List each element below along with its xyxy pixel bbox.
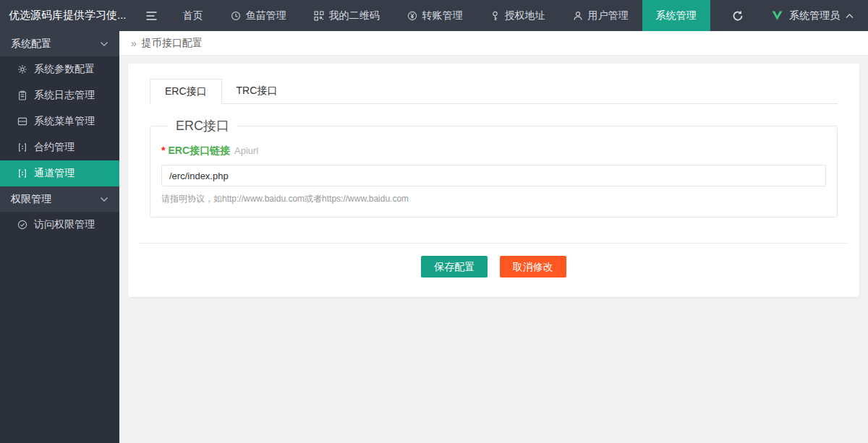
dotted-divider: [140, 243, 848, 244]
tab-label: TRC接口: [237, 85, 278, 96]
sidebar-item-label: 系统日志管理: [34, 89, 95, 102]
clock-icon: [231, 11, 241, 21]
refresh-icon: [732, 10, 744, 22]
fieldset-legend: ERC接口: [169, 117, 237, 134]
tab-bar: ERC接口 TRC接口: [150, 78, 838, 104]
contract-icon: [17, 142, 27, 152]
breadcrumb-separator: »: [131, 38, 137, 49]
sidebar-group-permission[interactable]: 权限管理: [0, 186, 119, 212]
nav-item-fry-management[interactable]: 鱼苗管理: [217, 0, 300, 31]
sidebar-item-channel-management[interactable]: 通道管理: [0, 160, 119, 186]
sidebar-item-contract-management[interactable]: 合约管理: [0, 134, 119, 160]
sidebar: 系统配置 系统参数配置 系统日志管理: [0, 31, 119, 443]
key-icon: [490, 11, 500, 21]
chevron-down-icon: [100, 197, 109, 202]
content-area: ERC接口 TRC接口 ERC接口 *ERC接口链接Apiurl 请指明协议，如…: [119, 56, 868, 305]
nav-item-user-management[interactable]: 用户管理: [559, 0, 642, 31]
nav-item-transfer-management[interactable]: 转账管理: [393, 0, 477, 31]
api-url-input[interactable]: [161, 165, 826, 186]
sidebar-item-system-params[interactable]: 系统参数配置: [0, 56, 119, 82]
brand-title: 优选源码库提供学习使...: [0, 0, 134, 31]
chevron-down-icon: [100, 41, 109, 47]
main-area: » 提币接口配置 ERC接口 TRC接口 ERC接口 *ERC接口链接Apiur…: [119, 31, 868, 443]
shield-check-icon: [17, 220, 27, 230]
tab-trc[interactable]: TRC接口: [222, 79, 292, 105]
nav-item-auth-address[interactable]: 授权地址: [477, 0, 559, 31]
user-menu[interactable]: 系统管理员: [771, 9, 854, 22]
breadcrumb-text: 提币接口配置: [142, 37, 203, 50]
required-asterisk: *: [161, 145, 165, 156]
sidebar-item-label: 访问权限管理: [34, 218, 95, 231]
save-config-button[interactable]: 保存配置: [421, 256, 488, 278]
sidebar-item-label: 通道管理: [34, 167, 75, 180]
username-label: 系统管理员: [789, 9, 840, 22]
navbar-right: 系统管理员: [732, 0, 868, 31]
nav-item-label: 我的二维码: [329, 9, 380, 22]
tab-erc[interactable]: ERC接口: [150, 79, 222, 105]
nav-item-my-qrcode[interactable]: 我的二维码: [300, 0, 393, 31]
sidebar-group-system-config[interactable]: 系统配置: [0, 31, 119, 56]
api-url-help-text: 请指明协议，如http://www.baidu.com或者https://www…: [161, 193, 826, 205]
sidebar-item-label: 系统菜单管理: [34, 115, 95, 128]
config-card: ERC接口 TRC接口 ERC接口 *ERC接口链接Apiurl 请指明协议，如…: [128, 64, 859, 297]
nav-item-home[interactable]: 首页: [169, 0, 217, 31]
hamburger-icon: [145, 11, 158, 21]
sidebar-item-access-permission[interactable]: 访问权限管理: [0, 212, 119, 238]
nav-item-label: 系统管理: [656, 9, 697, 22]
sidebar-item-label: 合约管理: [34, 141, 75, 154]
tab-label: ERC接口: [165, 85, 207, 97]
top-navbar: 优选源码库提供学习使... 首页 鱼苗管理: [0, 0, 868, 31]
yen-icon: [407, 11, 417, 21]
qrcode-icon: [314, 11, 324, 21]
refresh-button[interactable]: [732, 10, 744, 22]
hamburger-button[interactable]: [134, 0, 169, 31]
erc-fieldset: ERC接口 *ERC接口链接Apiurl 请指明协议，如http://www.b…: [150, 117, 838, 218]
sidebar-item-system-logs[interactable]: 系统日志管理: [0, 82, 119, 108]
menu-layout-icon: [17, 116, 27, 126]
sidebar-group-label: 系统配置: [11, 38, 51, 51]
nav-item-label: 鱼苗管理: [246, 9, 286, 22]
nav-item-label: 用户管理: [588, 9, 629, 22]
nav-menu: 首页 鱼苗管理 我的二维码: [169, 0, 710, 31]
gear-icon: [17, 64, 27, 74]
channel-icon: [17, 168, 27, 179]
api-url-label-suffix: Apiurl: [234, 145, 258, 156]
nav-item-label: 转账管理: [422, 9, 463, 22]
v-logo-icon: [771, 10, 783, 21]
nav-item-label: 首页: [183, 9, 203, 22]
sidebar-item-label: 系统参数配置: [34, 63, 95, 76]
chevron-up-icon: [846, 13, 854, 19]
sidebar-group-label: 权限管理: [11, 193, 51, 206]
sidebar-item-system-menus[interactable]: 系统菜单管理: [0, 108, 119, 134]
cancel-changes-button[interactable]: 取消修改: [500, 256, 566, 278]
nav-item-system-management[interactable]: 系统管理: [642, 0, 710, 31]
nav-item-label: 授权地址: [505, 9, 545, 22]
log-icon: [17, 90, 27, 100]
user-icon: [573, 11, 583, 21]
breadcrumb: » 提币接口配置: [119, 31, 868, 56]
button-row: 保存配置 取消修改: [140, 256, 848, 278]
api-url-label: ERC接口链接: [168, 145, 230, 156]
form-label-row: *ERC接口链接Apiurl: [161, 145, 826, 158]
